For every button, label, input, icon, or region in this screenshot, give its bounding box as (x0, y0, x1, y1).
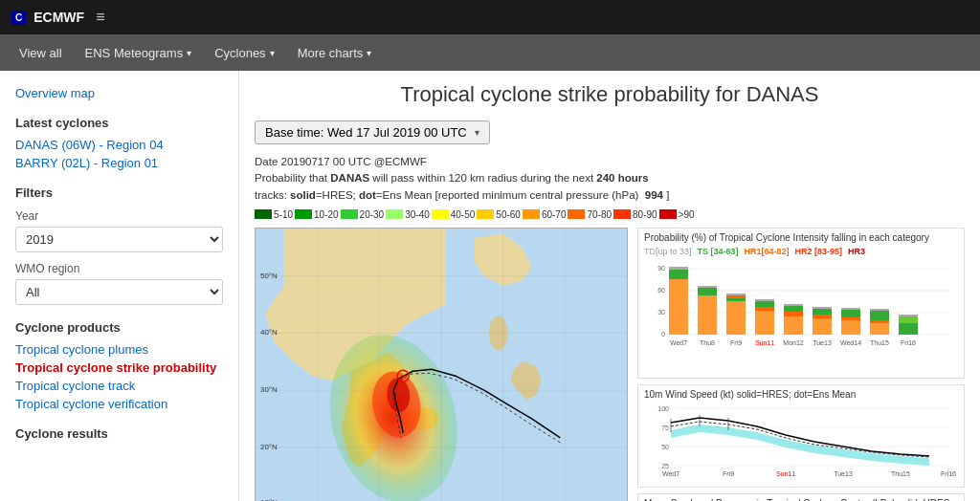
hamburger-icon[interactable]: ≡ (96, 9, 104, 26)
nav-ens-label: ENS Meteograms (85, 46, 184, 60)
product-track[interactable]: Tropical cyclone track (15, 379, 223, 393)
bar-chart-svg: 90 60 30 0 (644, 259, 958, 350)
map-container: ✕ 50°N 40°N 30°N (255, 228, 628, 501)
legend-label-2030: 20-30 (360, 209, 385, 220)
legend-8090: 80-90 (613, 209, 657, 220)
charts-row: ✕ 50°N 40°N 30°N (255, 228, 965, 501)
svg-rect-70 (841, 308, 860, 310)
svg-rect-74 (870, 311, 889, 320)
legend-hr1: HR1[64-82] (745, 247, 790, 256)
base-time-button[interactable]: Base time: Wed 17 Jul 2019 00 UTC ▾ (255, 120, 490, 144)
content-area: Tropical cyclone strike probability for … (239, 71, 980, 501)
svg-text:10°N: 10°N (260, 497, 278, 501)
page-title: Tropical cyclone strike probability for … (255, 82, 965, 107)
legend-label-3040: 30-40 (405, 209, 430, 220)
info-line1: Date 20190717 00 UTC @ECMWF (255, 156, 427, 167)
nav-more-charts-arrow: ▾ (367, 48, 371, 58)
filters-title: Filters (15, 185, 223, 200)
legend-90plus: >90 (659, 209, 695, 220)
svg-text:40°N: 40°N (260, 328, 278, 337)
legend-color-4050 (432, 209, 449, 219)
svg-marker-90 (671, 425, 929, 466)
svg-text:Thu15: Thu15 (870, 339, 889, 346)
chart-box-wind: 10m Wind Speed (kt) solid=HRES; dot=Ens … (637, 384, 965, 488)
main-container: Overview map Latest cyclones DANAS (06W)… (0, 71, 980, 501)
svg-rect-55 (755, 299, 774, 301)
svg-rect-41 (669, 267, 688, 270)
svg-text:90: 90 (657, 265, 665, 272)
nav-more-charts[interactable]: More charts ▾ (286, 34, 384, 71)
base-time-label: Base time: Wed 17 Jul 2019 00 UTC (265, 125, 467, 140)
svg-text:100: 100 (657, 405, 669, 412)
svg-rect-61 (784, 312, 803, 316)
svg-rect-51 (726, 295, 746, 298)
svg-text:Mon12: Mon12 (783, 339, 804, 346)
svg-text:Fri9: Fri9 (730, 339, 742, 346)
svg-rect-75 (870, 309, 889, 311)
svg-rect-76 (870, 320, 889, 323)
legend-3040: 30-40 (386, 209, 430, 220)
chart1-title: Probability (%) of Tropical Cyclone Inte… (644, 232, 958, 243)
product-plumes[interactable]: Tropical cyclone plumes (15, 342, 223, 357)
legend-color-7080 (568, 209, 585, 219)
svg-rect-80 (899, 315, 918, 316)
svg-rect-54 (755, 301, 774, 307)
legend-label-6070: 60-70 (542, 209, 567, 220)
latest-cyclones-title: Latest cyclones (15, 116, 223, 130)
svg-rect-44 (698, 295, 717, 335)
svg-rect-79 (899, 316, 918, 323)
legend-label-510: 5-10 (274, 209, 293, 220)
svg-text:Wed7: Wed7 (670, 339, 687, 346)
chart-box-bar: Probability (%) of Tropical Cyclone Inte… (637, 228, 965, 379)
svg-rect-56 (755, 307, 774, 311)
legend-label-7080: 70-80 (587, 209, 612, 220)
wmo-select[interactable]: All (15, 279, 223, 305)
svg-rect-69 (841, 310, 860, 317)
svg-text:20°N: 20°N (260, 443, 278, 451)
svg-text:75: 75 (661, 425, 669, 431)
legend-label-5060: 50-60 (496, 209, 521, 220)
svg-text:Fri16: Fri16 (901, 339, 916, 346)
hours-bold: 240 hours (596, 172, 648, 184)
svg-text:Wed14: Wed14 (840, 339, 861, 346)
svg-text:50°N: 50°N (260, 271, 278, 279)
svg-text:30°N: 30°N (260, 385, 278, 394)
svg-rect-60 (784, 304, 803, 306)
svg-rect-64 (813, 309, 832, 315)
nav-ens-meteograms[interactable]: ENS Meteograms ▾ (74, 34, 204, 71)
map-svg: ✕ 50°N 40°N 30°N (256, 229, 627, 501)
nav-view-all[interactable]: View all (8, 34, 74, 71)
year-select[interactable]: 2019 (15, 227, 223, 252)
legend-5060: 50-60 (477, 209, 521, 220)
nav-ens-arrow: ▾ (187, 48, 191, 58)
legend-label-1020: 10-20 (314, 209, 339, 220)
overview-map-link[interactable]: Overview map (15, 86, 223, 100)
wmo-label: WMO region (15, 262, 223, 275)
wind-chart-svg: 100 75 50 25 (644, 403, 958, 480)
svg-rect-71 (841, 317, 860, 320)
legend-label-8090: 80-90 (633, 209, 657, 220)
nav-cyclones-arrow: ▾ (270, 48, 275, 58)
nav-cyclones-label: Cyclones (214, 46, 265, 60)
svg-text:Sun11: Sun11 (755, 339, 774, 346)
right-charts: Probability (%) of Tropical Cyclone Inte… (637, 228, 965, 501)
nav-cyclones[interactable]: Cyclones ▾ (203, 34, 285, 71)
legend-color-510 (255, 209, 272, 219)
base-time-caret: ▾ (475, 127, 479, 138)
svg-text:60: 60 (657, 287, 665, 294)
legend-td: TD[up to 33] (644, 247, 692, 256)
cyclone-results-title: Cyclone results (15, 426, 223, 441)
legend-7080: 70-80 (568, 209, 612, 220)
cyclone-barry[interactable]: BARRY (02L) - Region 01 (15, 156, 223, 170)
svg-rect-45 (698, 288, 717, 295)
svg-rect-46 (698, 286, 717, 288)
svg-rect-66 (813, 315, 832, 318)
legend-bar: 5-10 10-20 20-30 30-40 40-50 50-60 (255, 209, 965, 220)
cyclone-danas[interactable]: DANAS (06W) - Region 04 (15, 138, 223, 152)
svg-rect-78 (899, 323, 918, 335)
logo-text: ECMWF (33, 10, 84, 25)
svg-text:Wed7: Wed7 (662, 470, 679, 477)
product-verification[interactable]: Tropical cyclone verification (15, 397, 223, 411)
legend-label-90plus: >90 (679, 209, 695, 220)
product-strike-prob[interactable]: Tropical cyclone strike probability (15, 360, 223, 375)
